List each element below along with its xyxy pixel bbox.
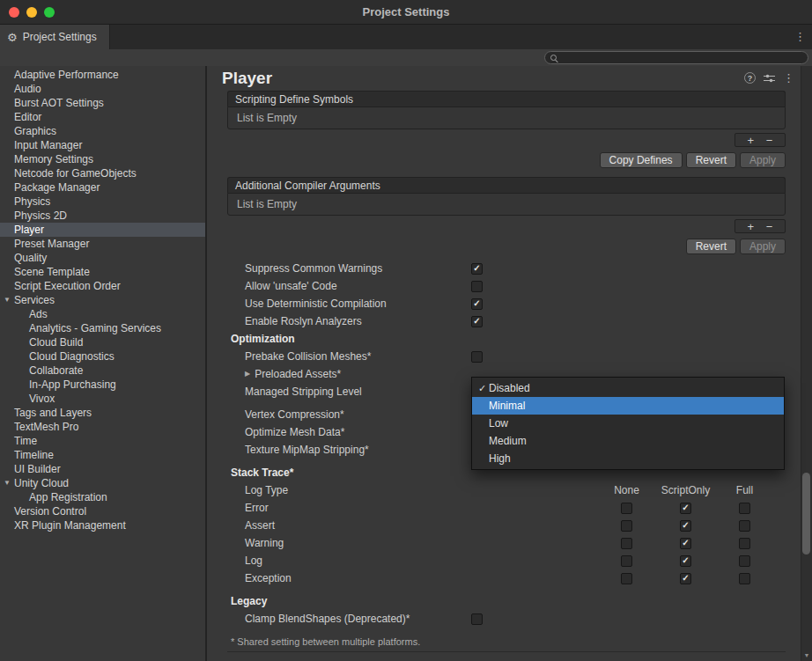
sidebar-item-burst-aot-settings[interactable]: Burst AOT Settings [0,96,205,110]
suppress-common-warnings-checkbox[interactable]: ✓ [471,263,483,275]
sidebar-item-time[interactable]: Time [0,434,205,448]
sidebar-item-services[interactable]: ▼ Services [0,293,205,307]
zoom-window-button[interactable] [44,7,55,18]
tab-project-settings[interactable]: ⚙ Project Settings [0,25,110,49]
traffic-lights [9,7,55,18]
remove-item-button[interactable]: − [766,221,773,232]
exception-scriptonly-checkbox[interactable]: ✓ [680,573,691,584]
vertical-scrollbar[interactable]: ▼ [801,66,812,661]
scrollbar-thumb[interactable] [802,473,810,555]
help-icon[interactable]: ? [744,72,756,84]
foldout-closed-icon[interactable]: ▶ [245,371,250,378]
sidebar-item-scene-template[interactable]: Scene Template [0,265,205,279]
sidebar-item-collaborate[interactable]: Collaborate [0,364,205,378]
assert-none-checkbox[interactable] [621,520,632,532]
exception-full-checkbox[interactable] [739,573,750,584]
allow-unsafe-code-checkbox[interactable] [471,281,483,292]
sidebar-item-physics-2d[interactable]: Physics 2D [0,209,205,223]
prebake-collision-meshes-checkbox[interactable] [471,351,483,363]
use-deterministic-compilation-checkbox[interactable]: ✓ [471,298,483,310]
sidebar-item-physics[interactable]: Physics [0,195,205,209]
assert-full-checkbox[interactable] [739,520,750,532]
add-item-button[interactable]: + [748,135,755,146]
section-divider [227,651,786,652]
dropdown-item-minimal[interactable]: Minimal [472,397,784,415]
sidebar-item-input-manager[interactable]: Input Manager [0,138,205,152]
assert-scriptonly-checkbox[interactable]: ✓ [680,520,691,532]
scroll-down-arrow-icon[interactable]: ▼ [801,652,812,658]
sidebar-item-ui-builder[interactable]: UI Builder [0,462,205,476]
sidebar-item-version-control[interactable]: Version Control [0,504,205,518]
sidebar-item-tags-and-layers[interactable]: Tags and Layers [0,406,205,420]
stack-trace-row-warning: Warning ✓ [227,534,786,552]
presets-icon[interactable] [764,73,775,84]
empty-list-label: List is Empty [237,112,297,124]
sidebar-item-player[interactable]: Player [0,223,205,237]
sidebar-item-app-registration[interactable]: App Registration [0,490,205,504]
scripting-define-symbols-list[interactable]: List is Empty [227,106,786,129]
sidebar-item-netcode-for-gameobjects[interactable]: Netcode for GameObjects [0,166,205,180]
sidebar-item-analytics-gaming-services[interactable]: Analytics - Gaming Services [0,321,205,335]
sidebar-item-audio[interactable]: Audio [0,82,205,96]
list-add-remove-bar: + − [734,219,786,233]
log-none-checkbox[interactable] [621,555,632,567]
sidebar-item-editor[interactable]: Editor [0,110,205,124]
column-header-full: Full [715,484,774,496]
sidebar-item-quality[interactable]: Quality [0,251,205,265]
sidebar-item-adaptive-performance[interactable]: Adaptive Performance [0,68,205,82]
sidebar-item-script-execution-order[interactable]: Script Execution Order [0,279,205,293]
tab-menu-kebab-icon[interactable]: ⋮ [794,30,806,43]
dropdown-item-low[interactable]: Low [472,415,784,432]
managed-stripping-level-dropdown: ✓ Disabled Minimal Low Medium High [471,377,785,470]
sidebar-item-vivox[interactable]: Vivox [0,392,205,406]
dropdown-item-medium[interactable]: Medium [472,432,784,450]
sidebar-item-timeline[interactable]: Timeline [0,448,205,462]
error-full-checkbox[interactable] [739,503,750,514]
sidebar-item-in-app-purchasing[interactable]: In-App Purchasing [0,378,205,392]
clamp-blendshapes-checkbox[interactable] [471,613,483,625]
sidebar-item-unity-cloud[interactable]: ▼ Unity Cloud [0,476,205,490]
exception-none-checkbox[interactable] [621,573,632,584]
sidebar-item-ads[interactable]: Ads [0,307,205,321]
close-window-button[interactable] [9,7,19,18]
warning-scriptonly-checkbox[interactable]: ✓ [680,538,691,549]
setting-row: Suppress Common Warnings ✓ [227,260,786,277]
setting-row: Use Deterministic Compilation ✓ [227,295,786,312]
sidebar-item-preset-manager[interactable]: Preset Manager [0,237,205,251]
search-icon [550,54,559,62]
error-scriptonly-checkbox[interactable]: ✓ [680,503,691,514]
foldout-open-icon[interactable]: ▼ [4,480,11,487]
dropdown-item-disabled[interactable]: ✓ Disabled [472,379,784,397]
warning-full-checkbox[interactable] [739,538,750,549]
tab-bar: ⚙ Project Settings ⋮ [0,25,812,49]
sidebar-item-graphics[interactable]: Graphics [0,124,205,138]
foldout-open-icon[interactable]: ▼ [4,297,11,304]
dropdown-item-high[interactable]: High [472,450,784,467]
log-scriptonly-checkbox[interactable]: ✓ [680,555,691,567]
remove-item-button[interactable]: − [766,135,773,146]
revert-button[interactable]: Revert [686,239,736,254]
sidebar-item-textmesh-pro[interactable]: TextMesh Pro [0,420,205,434]
sidebar-item-xr-plugin-management[interactable]: XR Plugin Management [0,518,205,532]
setting-row: Enable Roslyn Analyzers ✓ [227,312,786,330]
panel-menu-kebab-icon[interactable]: ⋮ [783,72,794,84]
sidebar-item-memory-settings[interactable]: Memory Settings [0,152,205,166]
minimize-window-button[interactable] [26,7,37,18]
panel-header: Player ? ⋮ [207,66,801,91]
revert-button[interactable]: Revert [686,152,736,168]
log-full-checkbox[interactable] [739,555,750,567]
column-header-none: None [597,484,656,496]
search-field[interactable] [544,51,808,64]
sidebar-item-package-manager[interactable]: Package Manager [0,180,205,195]
error-none-checkbox[interactable] [621,503,632,514]
copy-defines-button[interactable]: Copy Defines [600,152,683,168]
add-item-button[interactable]: + [748,221,755,232]
sidebar-item-cloud-build[interactable]: Cloud Build [0,335,205,349]
sidebar-item-cloud-diagnostics[interactable]: Cloud Diagnostics [0,349,205,364]
search-input[interactable] [562,53,808,63]
stack-trace-row-log: Log ✓ [227,552,786,569]
enable-roslyn-analyzers-checkbox[interactable]: ✓ [471,316,483,327]
additional-compiler-arguments-list[interactable]: List is Empty [227,193,786,216]
warning-none-checkbox[interactable] [621,538,632,549]
column-header-scriptonly: ScriptOnly [656,484,715,496]
